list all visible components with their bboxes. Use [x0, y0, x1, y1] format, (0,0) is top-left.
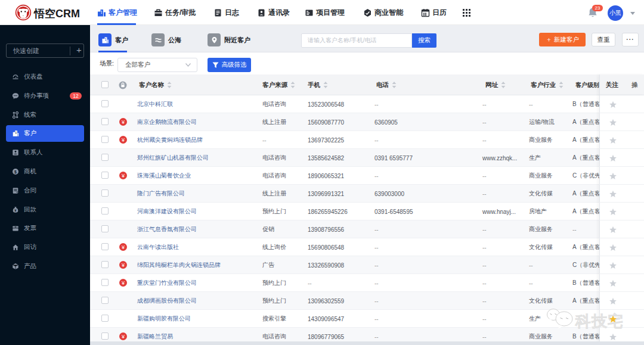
svg-text:$: $	[14, 170, 17, 175]
